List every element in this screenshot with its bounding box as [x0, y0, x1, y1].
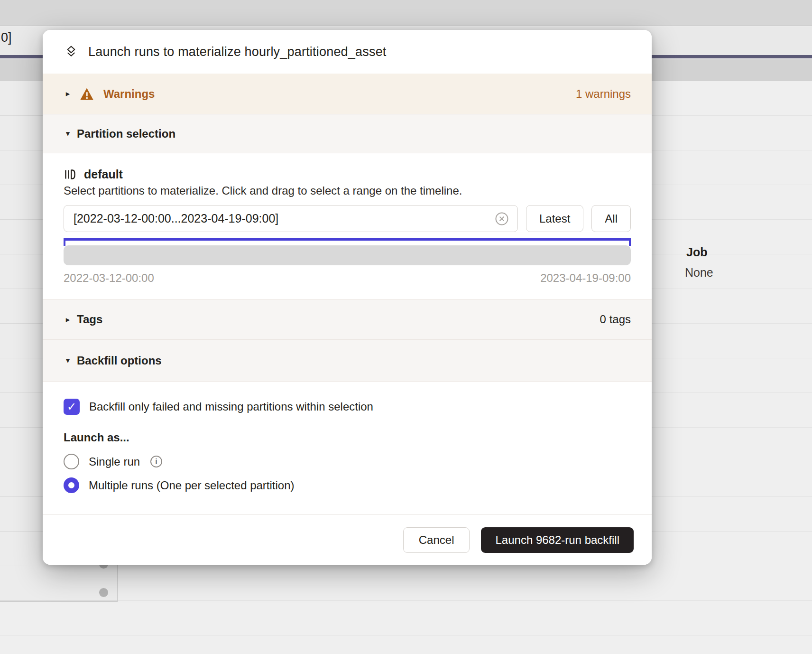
warnings-count: 1 warnings [576, 87, 631, 101]
partition-range-input[interactable]: [2022-03-12-00:00...2023-04-19-09:00] [64, 205, 518, 232]
multiple-runs-label: Multiple runs (One per selected partitio… [89, 479, 295, 492]
backfill-options-title: Backfill options [77, 354, 162, 367]
chevron-right-icon: ▸ [64, 315, 72, 325]
backfill-options-toggle[interactable]: ▾ Backfill options [43, 339, 652, 381]
tags-section-toggle[interactable]: ▸ Tags 0 tags [43, 299, 652, 339]
backfill-checkbox-label: Backfill only failed and missing partiti… [89, 400, 373, 413]
partition-range-value: [2022-03-12-00:00...2023-04-19-09:00] [74, 212, 278, 225]
materialize-layers-icon [64, 44, 79, 59]
timeline-start-date: 2022-03-12-00:00 [64, 271, 154, 285]
partition-set-icon [64, 168, 76, 181]
backfill-failed-missing-checkbox-row[interactable]: ✓ Backfill only failed and missing parti… [64, 399, 631, 415]
partition-selection-range-bar[interactable] [64, 238, 631, 241]
partition-selection-toggle[interactable]: ▾ Partition selection [43, 114, 652, 153]
chevron-down-icon: ▾ [64, 129, 72, 139]
launch-as-label: Launch as... [64, 431, 631, 444]
warnings-label: Warnings [103, 87, 155, 101]
status-dot [99, 588, 108, 597]
latest-button[interactable]: Latest [526, 205, 583, 232]
background-text-fragment: 0] [1, 30, 12, 45]
multiple-runs-radio-row[interactable]: Multiple runs (One per selected partitio… [64, 477, 631, 493]
partition-timeline[interactable] [64, 245, 631, 265]
launch-backfill-dialog: Launch runs to materialize hourly_partit… [43, 30, 652, 565]
clear-input-icon[interactable] [495, 212, 509, 226]
timeline-end-date: 2023-04-19-09:00 [540, 271, 631, 285]
job-column-value: None [685, 266, 713, 280]
background-top-bar [0, 0, 812, 26]
launch-backfill-button[interactable]: Launch 9682-run backfill [481, 527, 634, 553]
warning-triangle-icon [80, 87, 94, 101]
partition-selection-body: default Select partitions to materialize… [43, 153, 652, 299]
partition-dimension-name: default [84, 168, 123, 181]
backfill-options-body: ✓ Backfill only failed and missing parti… [43, 381, 652, 514]
cancel-button[interactable]: Cancel [403, 527, 470, 553]
info-icon[interactable]: i [150, 456, 162, 467]
dialog-title: Launch runs to materialize hourly_partit… [88, 45, 387, 59]
checkbox-checked-icon[interactable]: ✓ [64, 399, 80, 415]
radio-unchecked-icon[interactable] [64, 454, 79, 469]
chevron-down-icon: ▾ [64, 355, 72, 365]
tags-count: 0 tags [600, 313, 631, 326]
single-run-radio-row[interactable]: Single run i [64, 454, 631, 469]
radio-checked-icon[interactable] [64, 477, 79, 493]
tags-title: Tags [77, 313, 102, 326]
warnings-section-toggle[interactable]: ▸ Warnings 1 warnings [43, 74, 652, 114]
dialog-footer: Cancel Launch 9682-run backfill [43, 514, 652, 565]
partition-instructions: Select partitions to materialize. Click … [64, 184, 631, 197]
all-button[interactable]: All [591, 205, 631, 232]
partition-selection-title: Partition selection [77, 127, 175, 140]
dialog-header: Launch runs to materialize hourly_partit… [43, 30, 652, 74]
chevron-right-icon: ▸ [64, 89, 72, 99]
job-column-header: Job [686, 245, 707, 259]
single-run-label: Single run [89, 455, 140, 468]
